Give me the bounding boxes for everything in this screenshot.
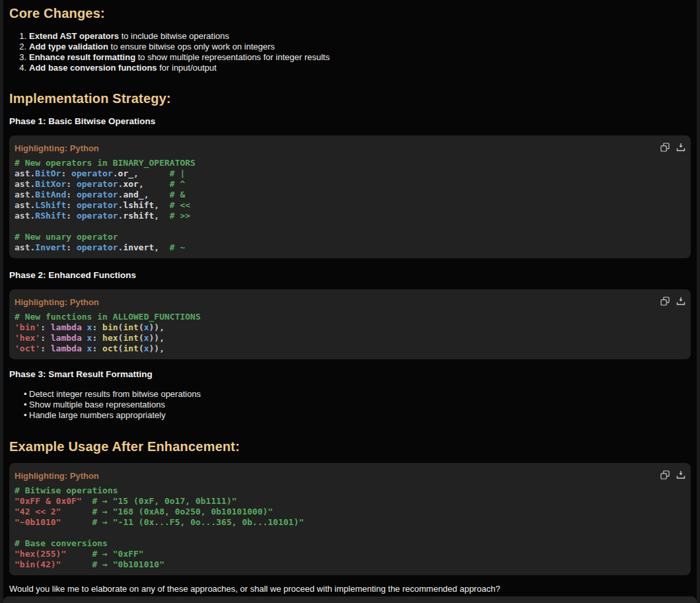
- section-heading-implementation-strategy: Implementation Strategy:: [9, 90, 691, 106]
- code-line: ast.BitOr: operator.or_, # |: [15, 168, 685, 179]
- code-line: ast.LShift: operator.lshift, # <<: [15, 200, 685, 211]
- code-line: 'oct': lambda x: oct(int(x)),: [15, 343, 685, 354]
- code-block-header: Highlighting: Python: [15, 142, 685, 153]
- assistant-message-panel: Core Changes: 1.Extend AST operators to …: [3, 0, 697, 603]
- list-item: 3.Enhance result formatting to show mult…: [17, 52, 691, 63]
- code-line: ast.BitXor: operator.xor, # ^: [15, 179, 685, 190]
- phase-3-title: Phase 3: Smart Result Formatting: [9, 369, 691, 380]
- code-block-example-usage: Highlighting: Python # Bitwise operation…: [9, 463, 691, 575]
- code-language-label: Highlighting: Python: [15, 143, 99, 153]
- copy-icon: [660, 143, 670, 152]
- section-heading-core-changes: Core Changes:: [9, 5, 691, 21]
- code-actions: [660, 143, 685, 152]
- code-actions: [660, 470, 685, 479]
- code-block-header: Highlighting: Python: [15, 296, 685, 306]
- code-block-phase-2: Highlighting: Python # New functions in …: [9, 289, 691, 359]
- copy-icon: [660, 470, 670, 479]
- code-line: "~0b1010" # → "-11 (0x...F5, 0o...365, 0…: [15, 517, 685, 528]
- code-line: # Bitwise operations: [15, 485, 685, 496]
- list-item: •Show multiple base representations: [24, 400, 691, 410]
- chat-input-bar[interactable]: [3, 596, 697, 603]
- list-item: 4.Add base conversion functions for inpu…: [17, 63, 691, 73]
- phase-3-bullet-list: •Detect integer results from bitwise ope…: [9, 389, 691, 421]
- copy-code-button[interactable]: [660, 470, 670, 479]
- code-line: "0xFF & 0x0F" # → "15 (0xF, 0o17, 0b1111…: [15, 496, 685, 507]
- core-changes-list: 1.Extend AST operators to include bitwis…: [9, 31, 691, 73]
- code-line: ast.RShift: operator.rshift, # >>: [15, 211, 685, 221]
- code-line: # New operators in BINARY_OPERATORS: [15, 158, 685, 168]
- code-content: # New operators in BINARY_OPERATORSast.B…: [15, 158, 685, 253]
- code-line: "hex(255)" # → "0xFF": [15, 549, 685, 559]
- code-content: # Bitwise operations"0xFF & 0x0F" # → "1…: [15, 485, 685, 570]
- code-line: 'hex': lambda x: hex(int(x)),: [15, 333, 685, 343]
- download-icon: [676, 297, 685, 306]
- list-item: •Handle large numbers appropriately: [24, 410, 691, 421]
- code-block-header: Highlighting: Python: [15, 470, 685, 480]
- download-icon: [676, 143, 685, 152]
- code-language-label: Highlighting: Python: [15, 471, 99, 481]
- list-item: 1.Extend AST operators to include bitwis…: [17, 31, 691, 42]
- code-block-phase-1: Highlighting: Python # New operators in …: [9, 135, 691, 258]
- code-line: ast.BitAnd: operator.and_, # &: [15, 190, 685, 200]
- download-code-button[interactable]: [676, 143, 685, 152]
- code-content: # New functions in ALLOWED_FUNCTIONS'bin…: [15, 312, 685, 354]
- code-line: ast.Invert: operator.invert, # ~: [15, 242, 685, 253]
- code-line: "bin(42)" # → "0b101010": [15, 559, 685, 570]
- copy-icon: [660, 297, 670, 306]
- code-line: [15, 221, 685, 232]
- code-line: # New functions in ALLOWED_FUNCTIONS: [15, 312, 685, 322]
- code-language-label: Highlighting: Python: [15, 297, 99, 307]
- code-actions: [660, 297, 685, 306]
- download-code-button[interactable]: [676, 297, 685, 306]
- closing-question: Would you like me to elaborate on any of…: [9, 584, 691, 594]
- list-item: 2.Add type validation to ensure bitwise …: [17, 42, 691, 52]
- phase-2-title: Phase 2: Enhanced Functions: [9, 270, 691, 281]
- code-line: # Base conversions: [15, 538, 685, 549]
- copy-code-button[interactable]: [660, 143, 670, 152]
- list-item: •Detect integer results from bitwise ope…: [24, 389, 691, 400]
- code-line: [15, 528, 685, 538]
- download-code-button[interactable]: [676, 470, 685, 479]
- code-line: "42 << 2" # → "168 (0xA8, 0o250, 0b10101…: [15, 507, 685, 517]
- code-line: # New unary operator: [15, 232, 685, 242]
- section-heading-example-usage: Example Usage After Enhancement:: [9, 439, 691, 454]
- code-line: 'bin': lambda x: bin(int(x)),: [15, 322, 685, 333]
- download-icon: [676, 470, 685, 479]
- phase-1-title: Phase 1: Basic Bitwise Operations: [9, 116, 691, 127]
- copy-code-button[interactable]: [660, 297, 670, 306]
